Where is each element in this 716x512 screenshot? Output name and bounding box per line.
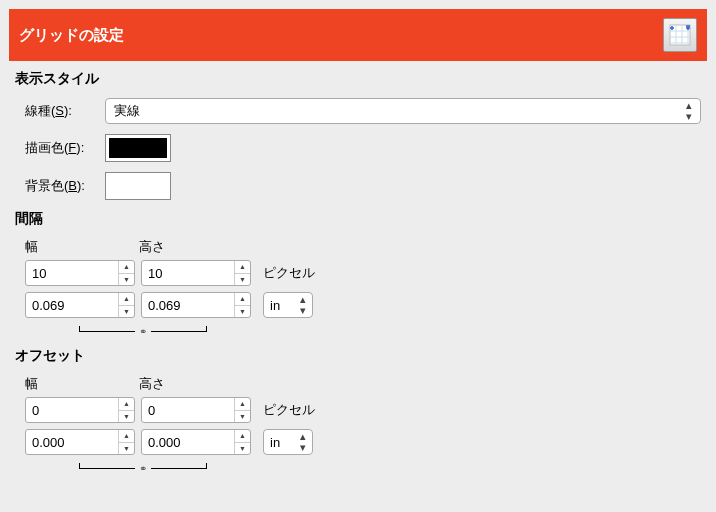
offset-section: オフセット xyxy=(15,347,701,365)
background-color-swatch[interactable] xyxy=(105,172,171,200)
chevron-updown-icon: ▴▾ xyxy=(686,100,692,122)
spacing-height-header: 高さ xyxy=(139,238,253,256)
dialog-header: グリッドの設定 xyxy=(9,9,707,61)
line-type-select[interactable]: 実線 ▴▾ xyxy=(105,98,701,124)
line-type-label: 線種(S): xyxy=(25,102,105,120)
spacing-height-px-input[interactable]: 10 ▲▼ xyxy=(141,260,251,286)
spacing-width-unit-input[interactable]: 0.069 ▲▼ xyxy=(25,292,135,318)
step-up-icon[interactable]: ▲ xyxy=(119,293,134,306)
step-down-icon[interactable]: ▼ xyxy=(119,411,134,423)
spacing-section: 間隔 xyxy=(15,210,701,228)
spacing-link-indicator: ⚭ xyxy=(25,324,701,337)
display-style-section: 表示スタイル xyxy=(15,70,701,88)
offset-height-px-input[interactable]: 0 ▲▼ xyxy=(141,397,251,423)
offset-width-px-input[interactable]: 0 ▲▼ xyxy=(25,397,135,423)
spacing-width-header: 幅 xyxy=(25,238,139,256)
offset-width-header: 幅 xyxy=(25,375,139,393)
step-up-icon[interactable]: ▲ xyxy=(235,261,250,274)
step-down-icon[interactable]: ▼ xyxy=(235,274,250,286)
step-up-icon[interactable]: ▲ xyxy=(119,398,134,411)
offset-height-unit-input[interactable]: 0.000 ▲▼ xyxy=(141,429,251,455)
step-up-icon[interactable]: ▲ xyxy=(119,430,134,443)
step-up-icon[interactable]: ▲ xyxy=(235,398,250,411)
step-down-icon[interactable]: ▼ xyxy=(235,411,250,423)
background-color-label: 背景色(B): xyxy=(25,177,105,195)
offset-width-unit-input[interactable]: 0.000 ▲▼ xyxy=(25,429,135,455)
line-type-value: 実線 xyxy=(114,102,140,120)
step-up-icon[interactable]: ▲ xyxy=(235,293,250,306)
pixel-label: ピクセル xyxy=(263,401,315,419)
link-icon[interactable]: ⚭ xyxy=(139,463,147,474)
spacing-unit-select[interactable]: in ▴▾ xyxy=(263,292,313,318)
step-down-icon[interactable]: ▼ xyxy=(119,306,134,318)
step-down-icon[interactable]: ▼ xyxy=(235,306,250,318)
chevron-updown-icon: ▴▾ xyxy=(300,431,306,453)
dialog-title: グリッドの設定 xyxy=(19,26,124,45)
step-down-icon[interactable]: ▼ xyxy=(235,443,250,455)
foreground-color-label: 描画色(F): xyxy=(25,139,105,157)
chevron-updown-icon: ▴▾ xyxy=(300,294,306,316)
grid-icon xyxy=(663,18,697,52)
link-icon[interactable]: ⚭ xyxy=(139,326,147,337)
offset-link-indicator: ⚭ xyxy=(25,461,701,474)
offset-height-header: 高さ xyxy=(139,375,253,393)
step-up-icon[interactable]: ▲ xyxy=(119,261,134,274)
foreground-color-swatch[interactable] xyxy=(105,134,171,162)
step-down-icon[interactable]: ▼ xyxy=(119,443,134,455)
step-up-icon[interactable]: ▲ xyxy=(235,430,250,443)
offset-unit-select[interactable]: in ▴▾ xyxy=(263,429,313,455)
spacing-height-unit-input[interactable]: 0.069 ▲▼ xyxy=(141,292,251,318)
pixel-label: ピクセル xyxy=(263,264,315,282)
spacing-width-px-input[interactable]: 10 ▲▼ xyxy=(25,260,135,286)
step-down-icon[interactable]: ▼ xyxy=(119,274,134,286)
